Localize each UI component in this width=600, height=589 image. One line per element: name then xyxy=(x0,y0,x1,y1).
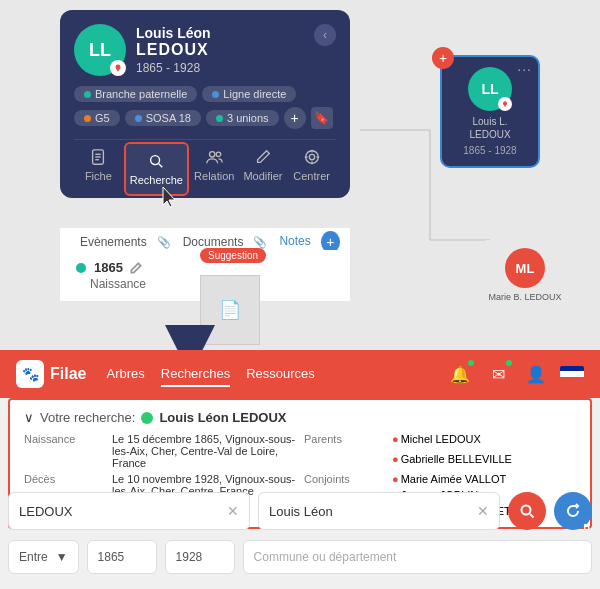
tab-recherche-label: Recherche xyxy=(130,174,183,186)
svg-point-9 xyxy=(151,156,160,165)
year-to-field[interactable]: 1928 xyxy=(165,540,235,574)
tab-relation[interactable]: Relation xyxy=(190,140,239,198)
person-card-header: LL Louis Léon LEDOUX 1865 - 1928 ‹ xyxy=(74,24,336,76)
mini-card-add-button[interactable]: + xyxy=(432,47,454,69)
close-button[interactable]: ‹ xyxy=(314,24,336,46)
person-card: LL Louis Léon LEDOUX 1865 - 1928 ‹ Branc… xyxy=(60,10,350,198)
mail-button[interactable]: ✉ xyxy=(484,360,512,388)
sub-tab-documents-label: Documents xyxy=(183,235,244,249)
notification-badge xyxy=(466,358,476,368)
reset-icon xyxy=(565,503,581,519)
search-submit-button[interactable] xyxy=(508,492,546,530)
tags-row2: G5 SOSA 18 3 unions + 🔖 xyxy=(74,107,336,129)
file-icon xyxy=(89,148,107,166)
parents-label: Parents xyxy=(304,433,384,469)
nav-tabs: Fiche Recherche Relation Modifier xyxy=(74,139,336,198)
filae-brand-name: Filae xyxy=(50,365,86,383)
conjoint-1: ●Marie Aimée VALLOT xyxy=(392,473,506,485)
person-lastname: LEDOUX xyxy=(136,41,336,59)
circle-icon xyxy=(74,261,88,275)
tag-ligne-directe: Ligne directe xyxy=(202,86,296,102)
filae-nav-arbres[interactable]: Arbres xyxy=(106,362,144,387)
entre-label: Entre xyxy=(19,550,48,564)
filae-nav: Arbres Recherches Ressources xyxy=(106,362,426,387)
tab-fiche[interactable]: Fiche xyxy=(74,140,123,198)
commune-placeholder: Commune ou département xyxy=(254,550,397,564)
tag-g5: G5 xyxy=(74,110,120,126)
firstname-clear-button[interactable]: ✕ xyxy=(477,503,489,519)
mini-avatar: LL xyxy=(468,67,512,111)
person-name-block: Louis Léon LEDOUX 1865 - 1928 xyxy=(136,25,336,75)
filae-logo: 🐾 Filae xyxy=(16,360,86,388)
event-year: 1865 xyxy=(94,260,123,275)
tag-add-button[interactable]: + xyxy=(284,107,306,129)
svg-point-19 xyxy=(76,263,86,273)
user-button[interactable]: 👤 xyxy=(522,360,550,388)
location-icon-mini xyxy=(501,100,509,108)
reset-button[interactable]: B xyxy=(554,492,592,530)
year-from-field[interactable]: 1865 xyxy=(87,540,157,574)
chevron-down-icon[interactable]: ∨ xyxy=(24,410,34,425)
tab-modifier[interactable]: Modifier xyxy=(239,140,288,198)
tab-centrer-label: Centrer xyxy=(293,170,330,182)
mini-person-card: + ··· LL Louis L. LEDOUX 1865 - 1928 xyxy=(440,55,540,168)
search-submit-icon xyxy=(519,503,535,519)
search-input-area: LEDOUX ✕ Louis Léon ✕ B xyxy=(8,492,592,530)
edit-year-icon[interactable] xyxy=(129,261,143,275)
doc-thumb-placeholder: 📄 xyxy=(219,299,241,321)
document-thumbnail[interactable]: 📄 xyxy=(200,275,260,345)
parent-1: ●Michel LEDOUX xyxy=(392,433,481,449)
ml-card-name: Marie B. LEDOUX xyxy=(488,292,561,302)
filae-nav-recherches[interactable]: Recherches xyxy=(161,362,230,387)
notification-button[interactable]: 🔔 xyxy=(446,360,474,388)
sub-tab-notes-label: Notes xyxy=(279,234,310,248)
lastname-field[interactable]: LEDOUX ✕ xyxy=(8,492,250,530)
firstname-field[interactable]: Louis Léon ✕ xyxy=(258,492,500,530)
search-title: ∨ Votre recherche: Louis Léon LEDOUX xyxy=(24,410,576,425)
parents-values: ●Michel LEDOUX ●Gabrielle BELLEVILLE xyxy=(392,433,576,469)
entre-select[interactable]: Entre ▼ xyxy=(8,540,79,574)
pencil-icon xyxy=(254,148,272,166)
entre-chevron-icon: ▼ xyxy=(56,550,68,564)
svg-marker-21 xyxy=(503,104,506,107)
reset-btn-label: B xyxy=(584,522,591,532)
filae-logo-letter: 🐾 xyxy=(22,366,39,382)
mini-avatar-badge xyxy=(498,97,512,111)
tab-centrer[interactable]: Centrer xyxy=(287,140,336,198)
target-icon xyxy=(303,148,321,166)
tag-bookmark-button[interactable]: 🔖 xyxy=(311,107,333,129)
users-icon xyxy=(205,148,223,166)
commune-field[interactable]: Commune ou département xyxy=(243,540,592,574)
mini-card-more-button[interactable]: ··· xyxy=(517,61,532,77)
paperclip-icon: 📎 xyxy=(157,236,171,249)
tab-recherche[interactable]: Recherche xyxy=(124,142,189,196)
tags-row: Branche paternelle Ligne directe xyxy=(74,86,336,102)
svg-marker-4 xyxy=(116,68,120,72)
search-result-name: Louis Léon LEDOUX xyxy=(159,410,286,425)
filae-icons: 🔔 ✉ 👤 xyxy=(446,360,584,388)
filae-nav-ressources[interactable]: Ressources xyxy=(246,362,315,387)
svg-point-14 xyxy=(309,154,314,159)
mini-card-name: Louis L. LEDOUX xyxy=(452,115,528,141)
tag-3unions: 3 unions xyxy=(206,110,279,126)
svg-point-23 xyxy=(522,506,531,515)
person-dates: 1865 - 1928 xyxy=(136,61,336,75)
parent-2: ●Gabrielle BELLEVILLE xyxy=(392,453,512,469)
svg-point-12 xyxy=(217,152,222,157)
tab-fiche-label: Fiche xyxy=(85,170,112,182)
suggestion-badge: Suggestion xyxy=(200,248,266,263)
avatar-badge xyxy=(110,60,126,76)
search-prefix-label: Votre recherche: xyxy=(40,410,135,425)
filae-header: 🐾 Filae Arbres Recherches Ressources 🔔 ✉… xyxy=(0,350,600,398)
person-firstname: Louis Léon xyxy=(136,25,336,41)
svg-point-11 xyxy=(210,152,215,157)
svg-line-10 xyxy=(159,164,163,168)
tab-relation-label: Relation xyxy=(194,170,234,182)
language-flag[interactable] xyxy=(560,366,584,382)
tag-sosa18: SOSA 18 xyxy=(125,110,201,126)
mail-badge xyxy=(504,358,514,368)
ml-person-card: ML Marie B. LEDOUX xyxy=(480,240,570,310)
search-filter-row: Entre ▼ 1865 1928 Commune ou département xyxy=(8,540,592,574)
ml-avatar: ML xyxy=(505,248,545,288)
lastname-clear-button[interactable]: ✕ xyxy=(227,503,239,519)
